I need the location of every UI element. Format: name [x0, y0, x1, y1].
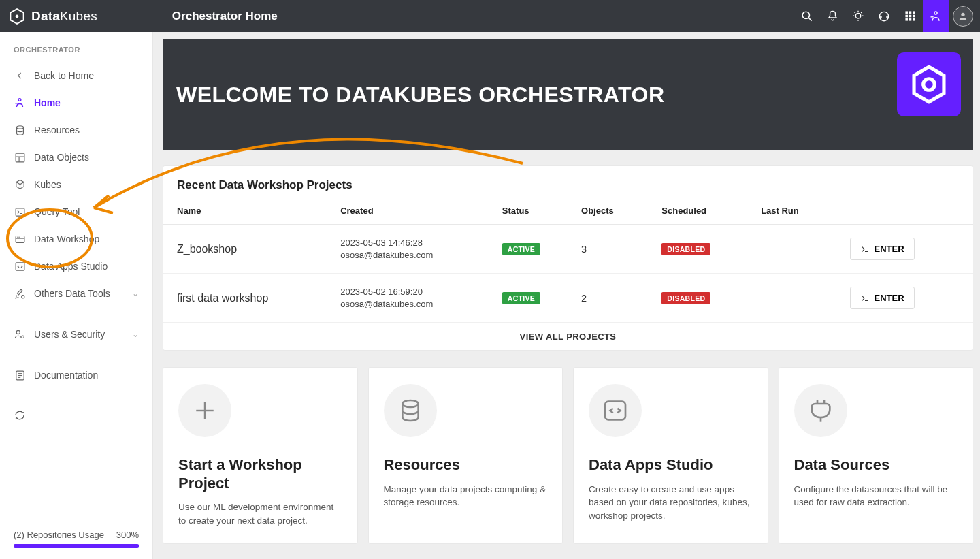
tools-icon: [14, 287, 26, 300]
terminal-prompt-icon: [860, 293, 870, 303]
sidebar-item-label: Users & Security: [34, 329, 105, 340]
projects-table: Name Created Status Objects Scheduled La…: [163, 200, 973, 323]
sidebar-item-data-workshop[interactable]: Data Workshop: [0, 225, 152, 253]
col-status: Status: [495, 200, 574, 225]
cell-scheduled: DISABLED: [655, 274, 754, 323]
cell-status: ACTIVE: [495, 274, 574, 323]
refresh-button[interactable]: [0, 402, 152, 428]
users-gear-icon: [14, 328, 26, 340]
terminal-icon: [14, 206, 26, 218]
enter-button[interactable]: ENTER: [850, 287, 915, 309]
sidebar-item-data-apps[interactable]: Data Apps Studio: [0, 253, 152, 280]
svg-rect-32: [16, 236, 24, 242]
user-avatar[interactable]: [953, 6, 973, 27]
svg-rect-19: [905, 18, 908, 21]
top-header: DataKubes Orchestrator Home: [0, 0, 980, 32]
sidebar-item-resources[interactable]: Resources: [0, 116, 152, 144]
cell-objects: 3: [574, 225, 655, 274]
main-content: WELCOME TO DATAKUBES ORCHESTRATOR Recent…: [153, 32, 980, 559]
chevron-down-icon: ⌄: [132, 289, 139, 298]
sidebar-item-data-objects[interactable]: Data Objects: [0, 144, 152, 171]
action-card[interactable]: Start a Workshop Project Use our ML deve…: [163, 367, 358, 544]
page-title: Orchestrator Home: [172, 10, 278, 23]
sidebar-item-label: Data Workshop: [34, 234, 99, 244]
svg-rect-17: [909, 15, 911, 18]
cell-lastrun: [754, 274, 843, 323]
svg-point-1: [802, 12, 809, 18]
table-row: Z_bookshop 2023-05-03 14:46:28ososa@data…: [163, 225, 973, 274]
svg-rect-48: [605, 402, 625, 420]
svg-rect-12: [886, 16, 888, 18]
sidebar-item-home[interactable]: Home: [0, 89, 152, 116]
cell-status: ACTIVE: [495, 225, 574, 274]
card-desc: Configure the datasources that will be u…: [794, 483, 958, 509]
svg-point-35: [18, 236, 19, 237]
card-icon: [384, 384, 437, 437]
hero-banner: WELCOME TO DATAKUBES ORCHESTRATOR: [163, 39, 973, 150]
card-desc: Use our ML development environment to cr…: [178, 500, 342, 527]
brand-logo[interactable]: DataKubes: [8, 7, 97, 25]
svg-rect-21: [913, 18, 915, 21]
svg-rect-31: [16, 208, 24, 215]
sidebar-item-kubes[interactable]: Kubes: [0, 171, 152, 198]
brand-text: DataKubes: [31, 9, 97, 24]
hero-badge: [897, 52, 961, 116]
card-icon: [178, 384, 231, 437]
svg-rect-20: [909, 18, 911, 21]
svg-point-3: [855, 13, 861, 18]
support-icon[interactable]: [871, 0, 897, 32]
sidebar-item-users[interactable]: Users & Security ⌄: [0, 321, 152, 348]
sidebar-item-docs[interactable]: Documentation: [0, 362, 152, 389]
document-icon: [14, 369, 26, 381]
cube-icon: [14, 178, 26, 191]
code-icon: [14, 260, 26, 272]
chevron-down-icon: ⌄: [132, 330, 139, 339]
cell-name: Z_bookshop: [163, 225, 333, 274]
sidebar-item-label: Documentation: [34, 370, 98, 381]
cell-lastrun: [754, 225, 843, 274]
repo-usage-pct: 300%: [116, 530, 139, 540]
svg-rect-18: [913, 15, 915, 18]
svg-point-37: [21, 295, 24, 298]
sidebar-item-label: Others Data Tools: [34, 288, 110, 299]
sidebar-item-back[interactable]: Back to Home: [0, 62, 152, 89]
action-card[interactable]: Data Sources Configure the datasources t…: [779, 367, 974, 544]
cell-objects: 2: [574, 274, 655, 323]
col-scheduled: Scheduled: [655, 200, 754, 225]
cell-scheduled: DISABLED: [655, 225, 754, 274]
recent-projects-panel: Recent Data Workshop Projects Name Creat…: [163, 165, 973, 351]
orchestrator-icon[interactable]: [923, 0, 949, 32]
svg-point-39: [22, 336, 24, 338]
search-icon[interactable]: [794, 0, 819, 32]
col-lastrun: Last Run: [754, 200, 843, 225]
svg-point-47: [402, 400, 418, 407]
bell-icon[interactable]: [819, 0, 845, 32]
svg-line-2: [808, 18, 811, 20]
col-name: Name: [163, 200, 333, 225]
chevron-left-icon: [14, 69, 26, 82]
card-icon: [589, 384, 642, 437]
terminal-prompt-icon: [860, 244, 870, 254]
sidebar-item-query-tool[interactable]: Query Tool: [0, 198, 152, 225]
card-title: Resources: [384, 456, 548, 474]
view-all-button[interactable]: VIEW ALL PROJECTS: [163, 323, 973, 350]
grid-icon: [14, 151, 26, 163]
apps-icon[interactable]: [897, 0, 923, 32]
sidebar-item-others[interactable]: Others Data Tools ⌄: [0, 280, 152, 307]
idea-icon[interactable]: [845, 0, 871, 32]
hex-icon: [8, 7, 26, 25]
card-title: Data Sources: [794, 456, 958, 474]
refresh-icon: [14, 409, 26, 421]
cell-created: 2023-05-03 14:46:28ososa@datakubes.com: [333, 225, 495, 274]
action-card[interactable]: Resources Manage your data projects comp…: [368, 367, 564, 544]
svg-point-27: [16, 125, 23, 128]
sidebar-item-label: Query Tool: [34, 206, 80, 217]
svg-rect-16: [905, 15, 908, 18]
action-card[interactable]: Data Apps Studio Create easy to create a…: [573, 367, 768, 544]
svg-rect-36: [16, 262, 24, 270]
svg-point-34: [17, 236, 18, 237]
svg-line-8: [855, 12, 855, 12]
orchestrator-home-icon: [14, 97, 26, 109]
sidebar-footer: (2) Repositories Usage 300%: [0, 530, 152, 559]
enter-button[interactable]: ENTER: [850, 238, 915, 260]
